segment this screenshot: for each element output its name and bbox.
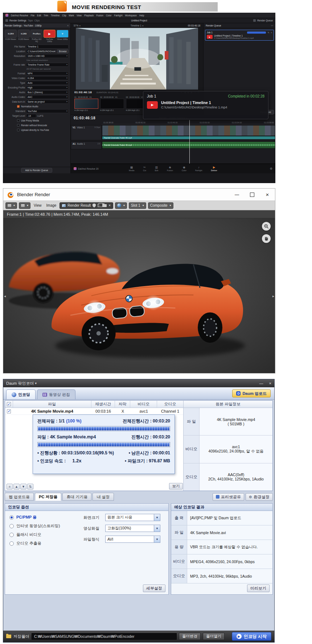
preview-button[interactable]: 미리보기 xyxy=(247,585,270,592)
menu-item[interactable]: Mark xyxy=(69,14,74,17)
add-to-render-queue-button[interactable]: Add to Render Queue xyxy=(21,168,52,173)
close-button[interactable]: × xyxy=(269,381,271,385)
queue-options-icon[interactable]: ⋯ xyxy=(271,24,274,27)
preset-tab[interactable]: 웹 업로드용 xyxy=(5,493,34,501)
change-folder-button[interactable]: 폴더변경 xyxy=(179,633,201,640)
file-name-input[interactable]: Timeline 1 xyxy=(26,45,69,49)
settings-button[interactable]: ⚙환경설정 xyxy=(246,493,273,501)
column-header[interactable]: 비디오 xyxy=(130,401,157,408)
encoding-profile-select[interactable]: High xyxy=(26,86,69,90)
preset-tab[interactable]: 내 설정 xyxy=(93,493,114,501)
fake-user-shield-icon[interactable] xyxy=(93,203,96,207)
list-tool-button[interactable]: ▼ xyxy=(20,484,26,490)
audio-clip-bar[interactable]: Titanfall Cinematic Trailer 4K.mp4 xyxy=(102,141,275,149)
menu-item[interactable]: Edit xyxy=(37,14,41,17)
render-job-card[interactable]: Job 1 ✎ × ▶ Untitled Project | Timeline … xyxy=(205,30,274,41)
frame-rate-select[interactable]: Timeline Frame Rate xyxy=(26,63,69,67)
list-tool-button[interactable]: ⇅ xyxy=(27,484,33,490)
target-level-input[interactable]: -14 xyxy=(26,114,36,118)
video-clip-filmstrip[interactable] xyxy=(102,125,275,136)
location-input[interactable]: C:\Users\SAMSUNG\Desktop xyxy=(26,49,56,53)
playhead[interactable] xyxy=(189,120,190,164)
audio-track-header[interactable]: A1 Audio 1 2.0 xyxy=(71,141,102,149)
panel-expand-left-icon[interactable]: ◂ xyxy=(4,294,6,298)
render-preset[interactable]: ProRes ProRes 422 HQ xyxy=(30,30,43,43)
page-tab[interactable]: ▶ Deliver xyxy=(211,166,217,172)
save-folder-path[interactable] xyxy=(32,633,177,640)
daum-upload-button[interactable]: Daum 업로드 xyxy=(232,389,271,397)
pan-hand-icon[interactable] xyxy=(262,234,271,243)
menu-item[interactable]: Clip xyxy=(62,14,66,17)
image-datablock-selector[interactable]: Render Result × xyxy=(59,202,113,209)
checkbox[interactable] xyxy=(17,129,20,131)
option-select[interactable]: 고화질(100%)▼ xyxy=(105,525,160,532)
file-row[interactable]: ✓ 4K Sample Movie.mp4 00:03:16 X avc1 Ch… xyxy=(5,408,183,415)
render-preset[interactable]: H.265 H.265 Master xyxy=(18,30,30,43)
start-encoding-button[interactable]: ▶인코딩 시작 xyxy=(232,632,271,641)
page-tab[interactable]: ▦ Media xyxy=(129,166,134,172)
checkbox[interactable] xyxy=(17,124,20,127)
video-track-header[interactable]: V1 Video 1 3 Clips xyxy=(71,125,102,140)
panel-expand-right-icon[interactable]: ▸ xyxy=(272,294,274,298)
slot-select[interactable]: Slot 1 xyxy=(129,202,146,209)
menu-item[interactable]: File xyxy=(31,14,34,17)
encode-target-radio[interactable]: 플래시 비디오 xyxy=(9,532,60,537)
settings-gear-icon[interactable]: ⚙ xyxy=(270,167,272,170)
page-tab[interactable]: ◉ Color xyxy=(182,166,186,172)
page-tab[interactable]: ✂ Cut xyxy=(143,166,146,172)
render-preset[interactable]: V Vimeo 1080p xyxy=(56,30,69,43)
menu-item[interactable]: Trim xyxy=(44,14,48,17)
minimize-button[interactable]: — xyxy=(229,189,245,201)
render-layer-select[interactable]: Composite xyxy=(148,202,173,209)
column-header[interactable]: 오디오 xyxy=(157,401,183,408)
render-clip-thumbnail[interactable]: 0100:00:00:00V1 H.264 High L5.1 xyxy=(74,96,98,113)
select-all-checkbox[interactable]: ✓ xyxy=(7,402,11,406)
image-menu[interactable]: Image xyxy=(45,203,58,207)
render-clip-thumbnail[interactable]: 0200:00:00:00V1 H.264 High L5.1 xyxy=(100,96,124,113)
zoom-icon[interactable] xyxy=(262,222,271,231)
edit-job-icon[interactable]: ✎ xyxy=(267,31,269,34)
maximize-button[interactable] xyxy=(245,189,260,201)
menu-item[interactable]: Timeline xyxy=(51,14,59,17)
close-icon[interactable]: × xyxy=(67,24,69,27)
page-tab[interactable]: ♪ Fairlight xyxy=(195,166,202,172)
close-button[interactable]: × xyxy=(260,189,275,201)
editor-type-button[interactable] xyxy=(5,202,17,209)
minimize-button[interactable]: — xyxy=(259,381,263,385)
preset-tab[interactable]: PC 저장용 xyxy=(35,493,61,501)
resolution-select[interactable]: 1920 x 1080 HD xyxy=(26,54,69,58)
menu-item[interactable]: Workspace xyxy=(125,14,137,17)
normalize-audio-checkbox[interactable]: ✓ xyxy=(17,105,20,108)
list-tool-button[interactable]: ≡ xyxy=(7,484,13,490)
video-codec-select[interactable]: H.264 xyxy=(26,76,69,80)
tab-encoding[interactable]: 인코딩 xyxy=(6,389,36,399)
timeline-select[interactable]: Timeline 1 xyxy=(131,24,143,27)
view-button[interactable]: 보기 xyxy=(169,483,183,490)
unlink-icon[interactable]: × xyxy=(108,203,111,207)
menu-item[interactable]: View xyxy=(77,14,82,17)
format-select[interactable]: MP4 xyxy=(26,71,69,75)
audio-select[interactable]: Bus 1 (Stereo) xyxy=(26,90,69,94)
render-preset[interactable]: ▶ YouTube 1080p xyxy=(44,30,56,43)
menu-item[interactable]: DaVinci Resolve xyxy=(11,14,28,17)
menu-item[interactable]: Help xyxy=(139,14,144,17)
browse-button[interactable]: Browse xyxy=(57,49,69,53)
preset-tab[interactable]: 휴대 기기용 xyxy=(62,493,91,501)
preset-share-button[interactable]: 프리셋공유 xyxy=(213,493,244,501)
standard-select[interactable]: YouTube xyxy=(26,109,69,113)
tab-video-edit[interactable]: 동영상 편집 xyxy=(37,389,75,399)
column-header[interactable]: 재생시간 xyxy=(91,401,115,408)
option-select[interactable]: 원본 크기 사용▼ xyxy=(105,514,160,521)
view-menu[interactable]: View xyxy=(32,203,43,207)
encode-target-radio[interactable]: 오디오 추출용 xyxy=(9,541,60,546)
column-header[interactable]: 파일 xyxy=(13,401,91,408)
data-burnin-select[interactable]: Same as project xyxy=(26,100,69,104)
open-image-icon[interactable] xyxy=(103,204,107,207)
audio-codec-select[interactable]: AAC xyxy=(26,95,69,99)
display-mode-button[interactable] xyxy=(19,202,30,209)
encode-target-radio[interactable]: 인터넷 동영상(스트리밍) xyxy=(9,523,60,529)
menu-item[interactable]: Color xyxy=(106,14,112,17)
option-select[interactable]: AVI▼ xyxy=(105,536,160,543)
type-select[interactable]: Auto xyxy=(26,81,69,85)
column-header[interactable]: 자막 xyxy=(115,401,130,408)
